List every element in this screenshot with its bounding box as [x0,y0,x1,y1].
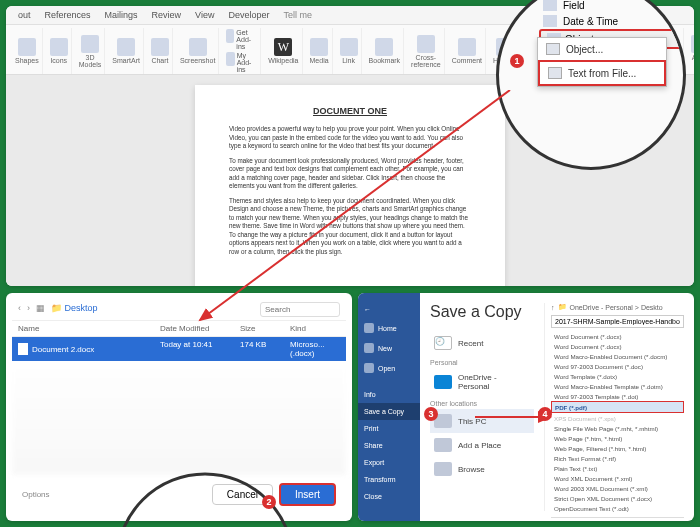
crossref-button[interactable]: Cross-reference [408,28,445,74]
other-locations-section: Other locations [430,400,534,407]
tab-out[interactable]: out [16,8,33,22]
wikipedia-icon: W [274,38,292,56]
store-icon[interactable] [226,29,234,43]
tab-view[interactable]: View [193,8,216,22]
bookmark-button[interactable]: Bookmark [366,28,405,74]
folder-small-icon: 📁 [558,303,567,311]
format-option[interactable]: Rich Text Format (*.rtf) [551,453,684,463]
format-option[interactable]: Word Macro-Enabled Document (*.docm) [551,351,684,361]
callout-badge-3: 3 [424,407,438,421]
format-option[interactable]: Web Page, Filtered (*.htm, *.html) [551,443,684,453]
cube-icon [81,35,99,53]
format-option[interactable]: Word Template (*.dotx) [551,371,684,381]
callout-badge-1: 1 [510,54,524,68]
format-option[interactable]: Word 2003 XML Document (*.xml) [551,483,684,493]
tab-mailings[interactable]: Mailings [103,8,140,22]
myaddins-label[interactable]: My Add-ins [237,52,258,73]
addins-group: Get Add-ins My Add-ins [223,28,261,74]
screenshot-icon [189,38,207,56]
addins-icon[interactable] [226,52,234,66]
sidebar-info[interactable]: Info [358,386,420,403]
filename-input[interactable] [551,315,684,328]
format-option[interactable]: Word Document (*.docx) [551,341,684,351]
datetime-item[interactable]: Date & Time [539,13,685,29]
object-dropdown-menu: Object... Text from File... [537,37,667,87]
format-option[interactable]: Strict Open XML Document (*.docx) [551,493,684,503]
smartart-icon [117,38,135,56]
sidebar-open[interactable]: Open [358,358,420,378]
clock-icon [543,15,557,27]
nav-fwd-icon[interactable]: › [27,303,30,313]
format-list[interactable]: Word Document (*.docx)Word Document (*.d… [551,331,684,513]
folder-icon: 📁 [51,303,62,313]
tab-references[interactable]: References [43,8,93,22]
plus-icon [434,438,452,452]
format-option[interactable]: Word Document (*.docx) [551,331,684,341]
text-from-file-menu-item[interactable]: Text from File... [538,60,666,86]
sidebar-save-a-copy[interactable]: Save a Copy [358,403,420,420]
media-icon [310,38,328,56]
sidebar-share[interactable]: Share [358,437,420,454]
comment-button[interactable]: Comment [449,28,486,74]
sidebar-transform[interactable]: Transform [358,471,420,488]
tab-developer[interactable]: Developer [226,8,271,22]
getaddins-label[interactable]: Get Add-ins [236,29,257,50]
onedrive-location[interactable]: OneDrive - Personal [430,368,534,396]
blurred-file-list [12,365,346,475]
chart-button[interactable]: Chart [148,28,173,74]
folder-icon [434,462,452,476]
sidebar-export[interactable]: Export [358,454,420,471]
callout-badge-2: 2 [262,495,276,509]
browse-location[interactable]: Browse [430,457,534,481]
shapes-button[interactable]: Shapes [12,28,43,74]
wikipedia-button[interactable]: WWikipedia [265,28,302,74]
field-icon [543,0,557,11]
open-icon [364,363,374,373]
format-option[interactable]: Word 97-2003 Template (*.dot) [551,391,684,401]
text-file-icon [548,67,562,79]
format-option[interactable]: Word 97-2003 Document (*.doc) [551,361,684,371]
media-button[interactable]: Media [307,28,333,74]
sidebar-close[interactable]: Close [358,488,420,505]
comment-icon [458,38,476,56]
result-file[interactable]: 2017-18 HR Strategic Plan [551,517,684,521]
sidebar-print[interactable]: Print [358,420,420,437]
callout-badge-4: 4 [538,407,552,421]
object-file-icon [546,43,560,55]
format-option[interactable]: PDF (*.pdf) [551,401,684,413]
smartart-button[interactable]: SmartArt [109,28,144,74]
format-option[interactable]: Word XML Document (*.xml) [551,473,684,483]
symbol-button[interactable]: Adva Syn [688,28,694,74]
nav-back-icon[interactable]: ‹ [18,303,21,313]
personal-section: Personal [430,359,534,366]
icons-button[interactable]: Icons [47,28,72,74]
col-name[interactable]: Name [18,324,160,333]
format-option[interactable]: OpenDocument Text (*.odt) [551,503,684,513]
onedrive-icon [434,375,452,389]
arrow-1-to-2 [190,90,520,350]
tab-review[interactable]: Review [150,8,184,22]
tab-tellme[interactable]: Tell me [281,8,314,22]
format-option[interactable]: Plain Text (*.txt) [551,463,684,473]
link-icon [340,38,358,56]
format-option[interactable]: Word Macro-Enabled Template (*.dotm) [551,381,684,391]
screenshot-button[interactable]: Screenshot [177,28,219,74]
nav-grid-icon[interactable]: ▦ [36,303,45,313]
crossref-icon [417,35,435,53]
svg-line-0 [200,90,510,320]
icons-icon [50,38,68,56]
link-button[interactable]: Link [337,28,362,74]
symbol-icon [691,35,694,53]
format-option[interactable]: Single File Web Page (*.mht, *.mhtml) [551,423,684,433]
format-option[interactable]: Web Page (*.htm, *.html) [551,433,684,443]
options-link[interactable]: Options [22,490,50,499]
save-path[interactable]: ↑📁OneDrive - Personal > Deskto [551,303,684,311]
breadcrumb[interactable]: 📁 Desktop [51,303,98,313]
addplace-location[interactable]: Add a Place [430,433,534,457]
save-details-column: ↑📁OneDrive - Personal > Deskto Word Docu… [544,303,684,511]
docx-icon [18,343,28,355]
3dmodels-button[interactable]: 3D Models [76,28,106,74]
up-arrow-icon[interactable]: ↑ [551,304,555,311]
format-option[interactable]: XPS Document (*.xps) [551,413,684,423]
object-menu-item[interactable]: Object... [538,38,666,60]
